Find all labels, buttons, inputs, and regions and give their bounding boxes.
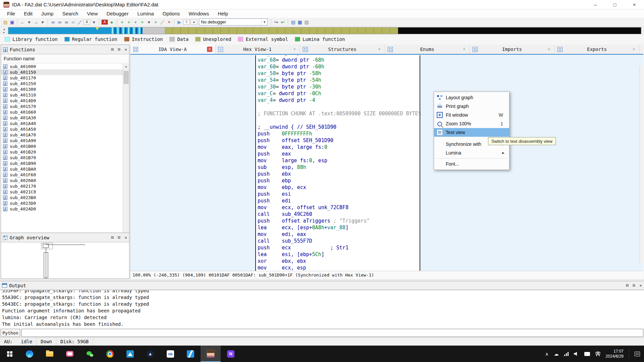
desktop-layout-icon[interactable]: ▧ <box>303 18 310 26</box>
menu-item-text-view[interactable]: Text view <box>434 128 509 137</box>
add-enum-icon[interactable]: + <box>139 18 146 26</box>
menu-debugger[interactable]: Debugger <box>102 9 133 18</box>
overview-close-icon[interactable]: × <box>124 235 127 240</box>
output-float-icon[interactable]: ⊡ <box>633 283 635 288</box>
taskbar-app-chrome[interactable] <box>100 346 120 362</box>
view-vscrollbar[interactable] <box>639 66 643 263</box>
menu-view[interactable]: View <box>83 9 102 18</box>
debugger-start-icon[interactable]: ▶ <box>176 18 183 26</box>
save-file-icon[interactable]: ▣ <box>9 18 15 26</box>
graph-overview-canvas[interactable] <box>1 242 129 279</box>
menu-item-print-graph[interactable]: Print graph <box>434 102 509 111</box>
delete-function-icon[interactable]: × <box>166 18 172 26</box>
edit-function-icon[interactable]: + <box>152 18 159 26</box>
keyboard-icon[interactable] <box>584 352 590 356</box>
graph-view-canvas[interactable]: var_6C= byte ptr -6Chvar_68= dword ptr -… <box>130 55 643 271</box>
add-caret-icon[interactable]: ▾ <box>146 18 152 26</box>
function-row[interactable]: fsub_401B20 <box>1 149 123 155</box>
menu-item-lumina[interactable]: Lumina▶ <box>434 148 509 157</box>
navigate-forward-icon[interactable]: → <box>33 18 39 26</box>
menu-jump[interactable]: Jump <box>37 9 58 18</box>
add-struct-icon[interactable]: + <box>132 18 139 26</box>
function-row[interactable]: fsub_4024D0 <box>1 206 123 212</box>
search-text-icon[interactable]: ∞ <box>56 18 63 26</box>
graph-node[interactable]: var_6C= byte ptr -6Chvar_68= dword ptr -… <box>255 55 420 271</box>
function-row[interactable]: fsub_4023D0 <box>1 200 123 206</box>
function-row[interactable]: fsub_401B00 <box>1 143 123 149</box>
functions-float-icon[interactable]: ⊡ <box>118 47 120 52</box>
function-row[interactable]: fsub_401A90 <box>1 138 123 143</box>
tab-close-icon[interactable]: × <box>546 47 552 52</box>
function-row[interactable]: fsub_401000 <box>1 64 123 69</box>
graph-overview-header[interactable]: Graph overview ⊟⊡× <box>1 233 129 242</box>
menu-item-layout-graph[interactable]: Layout graph <box>434 93 509 102</box>
python-label[interactable]: Python <box>1 329 20 337</box>
comment-caret-icon[interactable]: ▾ <box>91 18 97 26</box>
tab-close-icon[interactable]: × <box>631 47 637 52</box>
output-panel-header[interactable]: Output ⊟⊡× <box>0 281 644 290</box>
tab-close-icon[interactable]: × <box>292 47 297 52</box>
function-row[interactable]: fsub_401F60 <box>1 172 123 178</box>
menu-item-font[interactable]: Font... <box>434 160 509 168</box>
patch-bytes-icon[interactable]: ／ <box>159 18 166 26</box>
function-row[interactable]: fsub_401170 <box>1 75 123 81</box>
function-row[interactable]: fsub_401150 <box>1 69 123 75</box>
function-row[interactable]: fsub_402170 <box>1 183 123 189</box>
function-row[interactable]: fsub_4021C0 <box>1 189 123 195</box>
tab-imports[interactable]: Imports× <box>470 45 555 54</box>
functions-panel-header[interactable]: f Functions ⊟⊡× <box>1 45 129 54</box>
function-row[interactable]: fsub_401300 <box>1 86 123 92</box>
navigation-band[interactable] <box>8 27 641 34</box>
output-restore-icon[interactable]: ⊟ <box>626 283 629 288</box>
debugger-pause-icon[interactable]: ‖ <box>183 19 190 25</box>
navigate-back-caret-icon[interactable]: ▾ <box>26 18 33 26</box>
function-row[interactable]: fsub_401BA0 <box>1 166 123 172</box>
tab-hex-view-1[interactable]: Hex View-1× <box>215 45 300 54</box>
tab-structures[interactable]: Structures× <box>300 45 385 54</box>
menu-item-fit-window[interactable]: Fit windowW <box>434 111 509 119</box>
cloud-icon[interactable]: ☁ <box>554 351 559 357</box>
menu-search[interactable]: Search <box>58 9 83 18</box>
tray-expand-icon[interactable]: ∧ <box>545 351 548 357</box>
function-row[interactable]: fsub_401570 <box>1 104 123 109</box>
tab-close-icon[interactable]: × <box>462 47 467 52</box>
function-row[interactable]: fsub_401A30 <box>1 115 123 121</box>
band-scroll-arrows[interactable]: ◂▸ <box>0 26 8 35</box>
menu-options[interactable]: Options <box>158 9 184 18</box>
tab-close-icon[interactable]: × <box>207 47 212 52</box>
taskbar-app-dark[interactable]: ▲ <box>140 346 160 362</box>
tab-ida-view-a[interactable]: IDA View-A× <box>130 45 215 54</box>
volume-icon[interactable] <box>574 352 579 356</box>
function-row[interactable]: fsub_401660 <box>1 109 123 115</box>
menu-windows[interactable]: Windows <box>184 9 213 18</box>
navigate-forward-caret-icon[interactable]: ▾ <box>39 18 46 26</box>
taskbar-app-ida[interactable] <box>201 346 221 362</box>
band-right-arrow-icon[interactable]: ▸ <box>3 31 5 34</box>
rename-icon[interactable]: ／ <box>76 18 83 26</box>
function-row[interactable]: fsub_401310 <box>1 92 123 98</box>
open-file-icon[interactable]: ▨ <box>2 18 9 26</box>
scroll-up-icon[interactable]: ▲ <box>123 64 129 69</box>
tab-exports[interactable]: Exports× <box>555 45 640 54</box>
debugger-stop-icon[interactable]: ■ <box>191 19 197 25</box>
add-segment-icon[interactable]: + <box>125 18 132 26</box>
menu-item-zoom-100[interactable]: Zoom 100%1 <box>434 119 509 128</box>
taskbar-app-explorer[interactable] <box>40 346 60 362</box>
overview-restore-icon[interactable]: ⊟ <box>111 235 114 240</box>
start-button[interactable] <box>0 346 19 362</box>
action-center-icon[interactable] <box>635 352 640 356</box>
functions-close-icon[interactable]: × <box>124 47 127 52</box>
taskbar-app-photos[interactable] <box>120 346 140 362</box>
function-row[interactable]: fsub_401B90 <box>1 161 123 166</box>
menu-help[interactable]: Help <box>213 9 232 18</box>
ascii-strings-icon[interactable]: A <box>101 19 108 25</box>
step-into-icon[interactable]: ↪ <box>273 18 279 26</box>
band-left-arrow-icon[interactable]: ◂ <box>3 28 5 31</box>
output-log[interactable]: 555F0F: propagate_stkargs: function is a… <box>0 290 644 328</box>
taskbar-app-bilibili[interactable] <box>60 346 80 362</box>
python-input[interactable] <box>21 329 643 337</box>
function-row[interactable]: fsub_4020A0 <box>1 178 123 183</box>
minimize-button[interactable]: – <box>586 0 605 9</box>
function-row[interactable]: fsub_4023B0 <box>1 195 123 200</box>
menu-file[interactable]: File <box>3 9 19 18</box>
